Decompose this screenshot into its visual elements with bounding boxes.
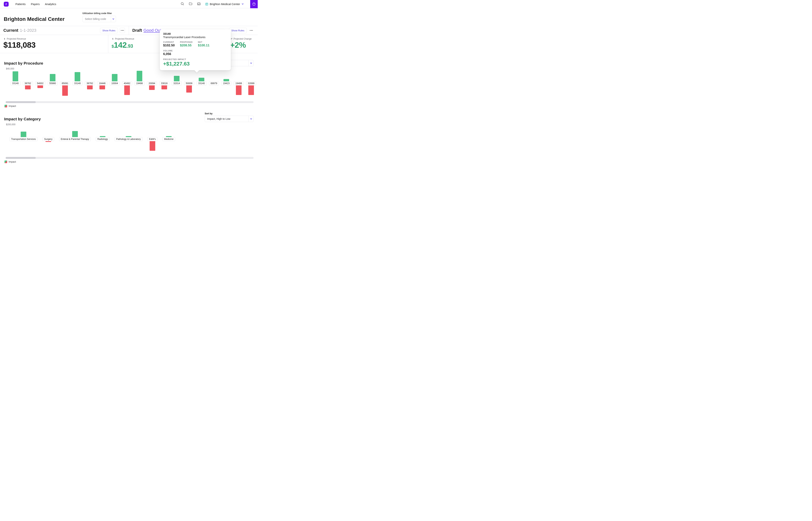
bar-label: Enteral & Parental Therapy — [59, 137, 91, 141]
bar-label: 69979 — [209, 81, 219, 86]
folder-icon[interactable] — [189, 2, 192, 6]
nav-patients[interactable]: Patients — [16, 2, 25, 6]
org-icon — [205, 3, 208, 6]
bar-label: 19498 — [134, 81, 145, 86]
chart-scrollbar[interactable] — [6, 157, 254, 159]
more-menu-button[interactable] — [249, 28, 254, 33]
sort-value: Impact, High to Low — [205, 117, 249, 120]
dollar-icon — [112, 38, 114, 40]
metric-label: Projected Revenue — [3, 38, 104, 40]
scenario-name: Current — [3, 28, 18, 33]
bar-label: 50009 — [184, 81, 194, 86]
org-switcher[interactable]: Brighton Medical Center — [205, 2, 244, 6]
bar-label: Surgery — [42, 137, 54, 141]
metric-label: Projected Change — [230, 38, 254, 40]
filter-label: Utilization billing code filter — [83, 12, 116, 15]
svg-point-0 — [181, 2, 183, 5]
scenario-current-head: Current 1-1-2023 Show Rules — [0, 26, 129, 35]
section-title: Impact by Procedure — [4, 61, 43, 66]
procedure-tooltip: 33140 Transmyocardial Laser Procedures C… — [160, 29, 231, 70]
chart-scrollbar[interactable] — [6, 101, 254, 103]
bar-label: 20094 — [147, 81, 157, 86]
tip-name: Transmyocardial Laser Procedures — [163, 36, 228, 39]
sort-by-control: Sort by Impact, High to Low — [205, 112, 254, 122]
bar-label: 18446 — [98, 81, 107, 86]
impact-by-category-section: Impact by Category Sort by Impact, High … — [0, 109, 258, 165]
bar-label: Pathology & Laboratory — [114, 137, 143, 141]
nav-payers[interactable]: Payers — [31, 2, 40, 6]
bar-label: 19466 — [234, 81, 244, 86]
bar-label: 33140 — [72, 81, 83, 86]
sort-label: Sort by — [205, 112, 254, 115]
inbox-icon[interactable] — [197, 2, 201, 6]
help-button[interactable] — [250, 0, 258, 8]
search-icon[interactable] — [180, 2, 184, 6]
tip-code: 33140 — [163, 32, 228, 35]
bar-label: 38762 — [85, 81, 95, 86]
billing-code-select[interactable]: Select billing code — [83, 16, 116, 22]
bar-label: 33140 — [10, 81, 21, 86]
scenario-name: Draft — [132, 28, 142, 33]
bar-label: Transportation Services — [9, 137, 38, 141]
legend-chip — [4, 105, 7, 107]
scenario-date: 1-1-2023 — [20, 28, 36, 33]
metric-value: $118,083 — [3, 41, 104, 50]
legend-chip — [4, 160, 7, 163]
bar-label: Radiology — [96, 137, 110, 141]
bar-label: 55980 — [48, 81, 58, 86]
metric-value: +2% — [230, 41, 254, 50]
chevron-down-icon — [249, 60, 253, 66]
top-nav: r Patients Payers Analytics Brighton Med… — [0, 0, 258, 8]
more-menu-button[interactable] — [120, 28, 125, 33]
bar-label: 54002 — [35, 81, 45, 86]
app-logo[interactable]: r — [4, 2, 9, 6]
billing-code-filter: Utilization billing code filter Select b… — [83, 12, 116, 22]
chart-legend: Impact — [4, 105, 254, 107]
sort-select[interactable]: Impact, High to Low — [205, 116, 254, 122]
page-header: Brighton Medical Center Utilization bill… — [0, 8, 258, 26]
select-placeholder: Select billing code — [83, 18, 111, 20]
show-rules-button[interactable]: Show Rules — [229, 28, 247, 33]
bar-label: 38762 — [23, 81, 33, 86]
bar-label: 19423 — [221, 81, 231, 86]
bar-label: 33140 — [197, 81, 207, 86]
metric-projected-change: Projected Change +2% — [227, 35, 258, 53]
dollar-icon — [3, 38, 6, 40]
svg-line-1 — [183, 4, 184, 5]
bar-label: 32699 — [246, 81, 256, 86]
page-title: Brighton Medical Center — [4, 16, 65, 22]
chevron-down-icon — [241, 2, 244, 6]
bar-label: 32014 — [172, 81, 182, 86]
bar-label: 10004 — [110, 81, 120, 86]
chart-legend: Impact — [4, 160, 254, 163]
show-rules-button[interactable]: Show Rules — [100, 28, 118, 33]
org-name: Brighton Medical Center — [210, 2, 240, 6]
bar-label: Medicine — [163, 137, 175, 141]
section-title: Impact by Category — [4, 117, 41, 121]
bar-label: 40492 — [122, 81, 132, 86]
chevron-down-icon — [249, 116, 253, 122]
chevron-down-icon — [111, 16, 116, 22]
procedure-chart: $40,000 33140387625400255980650913314038… — [4, 67, 254, 107]
bar-label: 65091 — [60, 81, 70, 86]
category-chart: $200,000 Transportation ServicesSurgeryE… — [4, 123, 254, 163]
bar-label: E&M's — [147, 137, 157, 141]
bar-label: 33016 — [159, 81, 169, 86]
metric-current-revenue: Projected Revenue $118,083 — [0, 35, 108, 53]
nav-analytics[interactable]: Analytics — [45, 2, 56, 6]
